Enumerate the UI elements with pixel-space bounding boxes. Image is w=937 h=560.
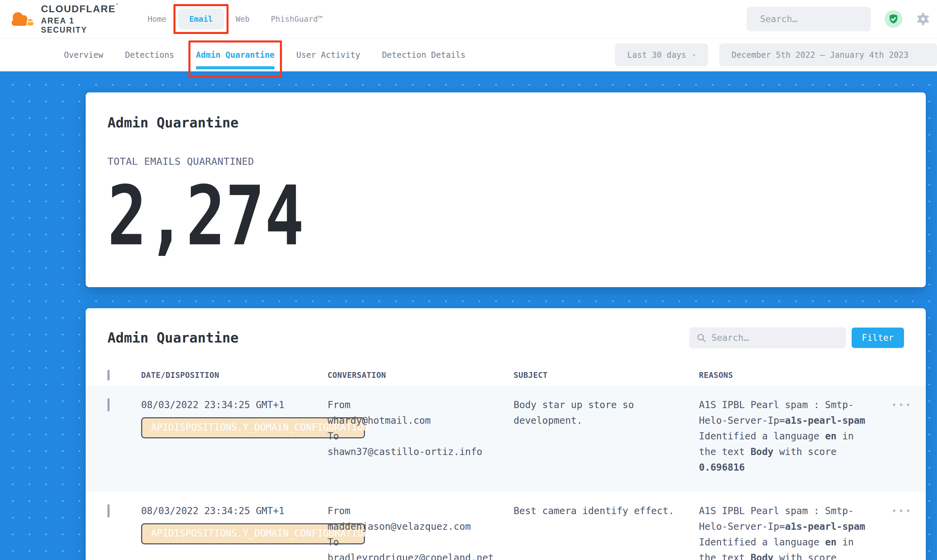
reason-text: Identified a language [699, 537, 825, 548]
col-conversation: CONVERSATION [327, 371, 514, 380]
range-selector-dropdown[interactable]: Last 30 days ▾ [615, 43, 708, 66]
brand-subtitle: AREA 1 SECURITY [41, 16, 118, 35]
shield-check-icon [888, 13, 899, 25]
from-address: maddenjason@velazquez.com [327, 519, 514, 534]
reason-bold: a1s-pearl-spam [785, 415, 865, 426]
cell-conversation: From whardy@hotmail.com To shawn37@casti… [327, 397, 514, 475]
cell-conversation: From maddenjason@velazquez.com To bradle… [327, 503, 514, 560]
to-address: bradleyrodriguez@copeland.net [327, 550, 514, 560]
row-checkbox[interactable] [108, 504, 110, 517]
reason-text: with score [773, 446, 836, 457]
brand-text: CLOUDFLARE' AREA 1 SECURITY [41, 3, 118, 35]
tab-overview[interactable]: Overview [64, 38, 103, 71]
metric-value: 2,274 [108, 175, 745, 257]
quarantine-stat-card: Admin Quarantine TOTAL EMAILS QUARANTINE… [86, 92, 926, 287]
email-subnav: Overview Detections Admin Quarantine Use… [0, 38, 937, 71]
to-label: To [327, 429, 514, 444]
quarantine-table: DATE/DISPOSITION CONVERSATION SUBJECT RE… [86, 365, 926, 560]
cloudflare-logo: CLOUDFLARE' AREA 1 SECURITY [9, 3, 118, 35]
cell-subject: Best camera identify effect. [514, 503, 684, 560]
tab-detections[interactable]: Detections [125, 38, 174, 71]
cell-subject: Body star up store so development. [514, 397, 684, 475]
col-date-disposition: DATE/DISPOSITION [141, 371, 327, 380]
nav-phishguard[interactable]: PhishGuard™ [271, 15, 323, 23]
range-selector-label: Last 30 days [627, 50, 686, 60]
cell-reasons: A1S IPBL Pearl spam : Smtp-Helo-Server-I… [699, 503, 871, 560]
row-actions-menu[interactable]: ••• [874, 505, 912, 516]
from-label: From [327, 503, 514, 519]
from-label: From [327, 397, 514, 413]
cell-date-disposition: 08/03/2022 23:34:25 GMT+1 APIDISPOSITION… [141, 397, 327, 475]
tab-admin-quarantine-label: Admin Quarantine [196, 50, 275, 60]
stat-card-title: Admin Quarantine [108, 115, 904, 131]
header-right [747, 7, 937, 31]
cell-reasons: A1S IPBL Pearl spam : Smtp-Helo-Server-I… [699, 397, 871, 475]
row-date: 08/03/2022 23:34:25 GMT+1 [141, 503, 327, 519]
subnav-tabs: Overview Detections Admin Quarantine Use… [64, 38, 466, 71]
app-header: CLOUDFLARE' AREA 1 SECURITY Home Email W… [0, 0, 937, 38]
table-card-title: Admin Quarantine [108, 330, 238, 346]
row-checkbox[interactable] [108, 398, 110, 411]
gear-icon [915, 11, 931, 27]
top-nav: Home Email Web PhishGuard™ [148, 9, 323, 29]
select-all-checkbox[interactable] [108, 370, 110, 381]
nav-home[interactable]: Home [148, 15, 166, 23]
nav-email-wrap: Email [178, 9, 224, 29]
reason-bold: 0.696816 [699, 462, 745, 473]
row-actions-menu[interactable]: ••• [874, 399, 912, 410]
nav-web[interactable]: Web [236, 15, 250, 23]
tab-admin-quarantine[interactable]: Admin Quarantine [196, 38, 275, 71]
tab-detection-details[interactable]: Detection Details [382, 38, 466, 71]
from-address: whardy@hotmail.com [327, 413, 514, 429]
table-search-input[interactable] [712, 333, 839, 343]
tab-user-activity[interactable]: User Activity [296, 38, 360, 71]
metric-label: TOTAL EMAILS QUARANTINED [108, 155, 904, 167]
col-reasons: REASONS [699, 371, 874, 380]
subnav-right: Last 30 days ▾ December 5th 2022 — Janua… [615, 43, 937, 66]
quarantine-table-card: Admin Quarantine Filter DATE/DISPOSITION… [86, 308, 926, 560]
filter-button[interactable]: Filter [852, 328, 904, 348]
cell-date-disposition: 08/03/2022 23:34:25 GMT+1 APIDISPOSITION… [141, 503, 327, 560]
dashboard-canvas: Admin Quarantine TOTAL EMAILS QUARANTINE… [0, 71, 937, 560]
to-label: To [327, 534, 514, 550]
row-date: 08/03/2022 23:34:25 GMT+1 [141, 397, 327, 413]
active-tab-underline [196, 66, 275, 69]
security-status-badge[interactable] [885, 10, 902, 28]
reason-bold: en [825, 537, 837, 548]
nav-email[interactable]: Email [178, 9, 224, 29]
global-search-input[interactable] [760, 14, 875, 24]
table-row: 08/03/2022 23:34:25 GMT+1 APIDISPOSITION… [86, 492, 926, 560]
date-range-label: December 5th 2022 — January 4th 2023 [732, 50, 908, 60]
brand-name: CLOUDFLARE [41, 3, 116, 15]
table-row: 08/03/2022 23:34:25 GMT+1 APIDISPOSITION… [86, 386, 926, 492]
cloudflare-cloud-icon [9, 8, 36, 30]
global-search[interactable] [747, 7, 871, 31]
reason-bold: Body [751, 552, 773, 560]
search-icon [696, 333, 706, 343]
settings-button[interactable] [915, 11, 931, 27]
reason-text: with score [773, 552, 836, 560]
chevron-down-icon: ▾ [693, 52, 696, 58]
col-subject: SUBJECT [514, 371, 699, 380]
table-header-row: DATE/DISPOSITION CONVERSATION SUBJECT RE… [86, 365, 926, 386]
to-address: shawn37@castillo-ortiz.info [327, 444, 514, 460]
reason-bold: a1s-pearl-spam [785, 521, 865, 532]
brand-trademark-tick: ' [116, 3, 118, 9]
table-search[interactable] [689, 327, 846, 348]
date-range-field[interactable]: December 5th 2022 — January 4th 2023 [719, 43, 937, 66]
reason-bold: en [825, 431, 837, 442]
reason-bold: Body [751, 446, 773, 457]
table-card-header: Admin Quarantine Filter [108, 308, 904, 348]
reason-text: Identified a language [699, 431, 825, 442]
